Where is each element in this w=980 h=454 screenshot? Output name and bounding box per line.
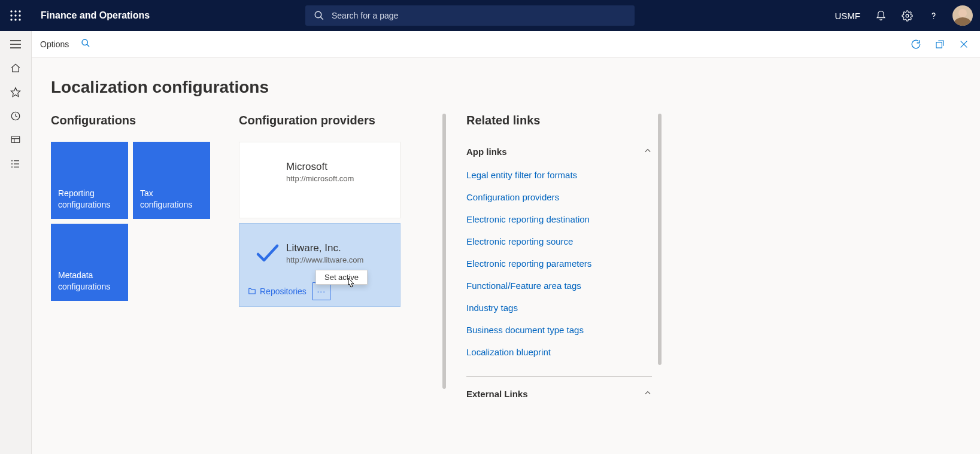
search-placeholder: Search for a page (332, 11, 398, 20)
providers-section: Configuration providers Microsoft http:/… (239, 114, 436, 406)
tile-tax-configurations[interactable]: Tax configurations (133, 142, 210, 219)
link-industry-tags[interactable]: Industry tags (466, 303, 652, 313)
svg-point-4 (14, 14, 16, 16)
close-icon[interactable] (956, 36, 972, 52)
link-er-destination[interactable]: Electronic reporting destination (466, 214, 652, 224)
home-icon[interactable] (5, 62, 26, 74)
provider-url: http://microsoft.com (286, 174, 354, 183)
ellipsis-icon: ··· (317, 287, 326, 296)
app-launcher-icon[interactable] (0, 0, 31, 31)
filter-search-icon[interactable] (81, 38, 90, 50)
nav-rail (0, 31, 32, 454)
link-configuration-providers[interactable]: Configuration providers (466, 192, 652, 202)
more-button[interactable]: ··· (312, 282, 330, 300)
tile-label: Metadata configurations (58, 270, 121, 292)
svg-point-9 (315, 11, 321, 18)
svg-rect-29 (936, 42, 942, 47)
help-icon[interactable] (923, 5, 944, 26)
search-input[interactable]: Search for a page (305, 5, 635, 26)
providers-title: Configuration providers (239, 114, 436, 127)
group-app-links[interactable]: App links (466, 142, 652, 164)
gear-icon[interactable] (896, 5, 918, 26)
link-document-type-tags[interactable]: Business document type tags (466, 325, 652, 335)
svg-rect-18 (11, 136, 20, 143)
popout-icon[interactable] (932, 36, 948, 52)
provider-card-microsoft[interactable]: Microsoft http://microsoft.com (239, 142, 401, 218)
tile-metadata-configurations[interactable]: Metadata configurations (51, 224, 128, 301)
tile-reporting-configurations[interactable]: Reporting configurations (51, 142, 128, 219)
tile-label: Tax configurations (140, 188, 203, 211)
repositories-label: Repositories (260, 287, 307, 296)
svg-point-12 (933, 18, 934, 19)
refresh-icon[interactable] (908, 36, 924, 52)
provider-card-litware[interactable]: Litware, Inc. http://www.litware.com Rep… (239, 223, 401, 307)
group-label: External Links (466, 389, 528, 399)
link-feature-tags[interactable]: Functional/Feature area tags (466, 281, 652, 291)
menu-item-label: Set active (324, 273, 359, 282)
related-links-section: Related links App links Legal entity fil… (466, 114, 652, 406)
avatar[interactable] (952, 5, 973, 26)
workspace-icon[interactable] (5, 134, 26, 146)
chevron-up-icon (644, 147, 652, 157)
group-external-links[interactable]: External Links (466, 376, 652, 406)
svg-point-23 (11, 163, 13, 164)
bell-icon[interactable] (870, 5, 891, 26)
configurations-title: Configurations (51, 114, 219, 127)
page-title: Localization configurations (51, 78, 961, 97)
chevron-up-icon (644, 389, 652, 399)
svg-point-6 (10, 19, 12, 20)
link-er-source[interactable]: Electronic reporting source (466, 236, 652, 246)
star-icon[interactable] (5, 86, 26, 98)
svg-point-2 (19, 10, 20, 12)
group-label: App links (466, 147, 507, 157)
related-links-title: Related links (466, 114, 652, 127)
provider-name: Litware, Inc. (286, 242, 363, 254)
scrollbar[interactable] (658, 114, 662, 365)
provider-url: http://www.litware.com (286, 255, 363, 264)
svg-line-28 (87, 44, 90, 47)
svg-point-8 (19, 19, 20, 20)
check-icon (249, 234, 286, 272)
svg-point-11 (906, 14, 909, 17)
context-menu-item-set-active[interactable]: Set active (315, 270, 368, 285)
svg-point-25 (11, 166, 13, 167)
scrollbar[interactable] (442, 114, 446, 389)
link-localization-blueprint[interactable]: Localization blueprint (466, 347, 652, 357)
configurations-section: Configurations Reporting configurations … (51, 114, 219, 406)
recent-icon[interactable] (5, 110, 26, 122)
svg-line-10 (321, 17, 323, 20)
link-er-parameters[interactable]: Electronic reporting parameters (466, 258, 652, 269)
svg-point-21 (11, 160, 13, 162)
hamburger-icon[interactable] (5, 38, 26, 50)
svg-point-27 (82, 39, 87, 45)
legal-entity-label[interactable]: USMF (835, 11, 861, 21)
repositories-link[interactable]: Repositories (248, 287, 307, 296)
commandbar: Options (32, 31, 980, 57)
link-legal-entity-filter[interactable]: Legal entity filter for formats (466, 170, 652, 180)
svg-point-1 (14, 10, 16, 12)
provider-name: Microsoft (286, 161, 354, 173)
options-button[interactable]: Options (40, 39, 69, 49)
svg-point-0 (10, 10, 12, 12)
svg-point-7 (14, 19, 16, 20)
provider-icon-placeholder (249, 153, 286, 190)
svg-marker-16 (11, 88, 20, 97)
modules-icon[interactable] (5, 158, 26, 170)
tile-label: Reporting configurations (58, 188, 121, 211)
app-title: Finance and Operations (41, 10, 150, 21)
svg-point-5 (19, 14, 20, 16)
svg-point-3 (10, 14, 12, 16)
